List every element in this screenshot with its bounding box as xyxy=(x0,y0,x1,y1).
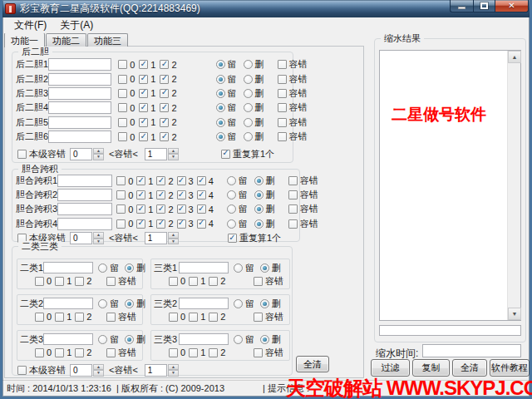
digit-checkbox-1[interactable] xyxy=(136,204,145,214)
digit-checkbox-1[interactable] xyxy=(189,348,198,357)
spinner-value[interactable]: 0 xyxy=(70,148,92,160)
spinner[interactable]: 1▲▼ xyxy=(145,364,179,377)
delete-radio[interactable] xyxy=(260,299,269,308)
number-input[interactable] xyxy=(48,101,111,114)
spin-up-icon[interactable]: ▲ xyxy=(93,364,104,371)
menu-item-1[interactable]: 文件(F) xyxy=(7,17,53,34)
digit-checkbox-1[interactable] xyxy=(55,348,64,357)
spin-down-icon[interactable]: ▼ xyxy=(168,154,179,160)
keep-radio[interactable] xyxy=(227,176,236,185)
spinner[interactable]: 1▲▼ xyxy=(145,232,179,244)
digit-checkbox-0[interactable] xyxy=(118,60,127,69)
delete-radio[interactable] xyxy=(244,103,253,112)
number-input[interactable] xyxy=(48,87,111,100)
digit-checkbox-1[interactable] xyxy=(136,176,145,185)
delete-radio[interactable] xyxy=(244,89,253,98)
number-input[interactable] xyxy=(43,262,93,273)
digit-checkbox-2[interactable] xyxy=(160,60,169,69)
number-input[interactable] xyxy=(48,73,111,86)
digit-checkbox-1[interactable] xyxy=(139,75,148,84)
spinner-value[interactable]: 1 xyxy=(145,232,167,244)
keep-radio[interactable] xyxy=(216,118,225,127)
spin-up-icon[interactable]: ▲ xyxy=(93,148,104,155)
level-tolerance-checkbox[interactable] xyxy=(17,150,27,159)
tab-3[interactable]: 功能三 xyxy=(87,33,128,47)
number-input[interactable] xyxy=(48,58,111,71)
digit-checkbox-2[interactable] xyxy=(209,277,218,286)
spin-down-icon[interactable]: ▼ xyxy=(93,370,104,377)
digit-checkbox-2[interactable] xyxy=(75,277,84,286)
digit-checkbox-1[interactable] xyxy=(55,277,64,286)
digit-checkbox-0[interactable] xyxy=(118,103,127,112)
tab-2[interactable]: 功能二 xyxy=(46,33,86,47)
right-panel-button-1[interactable]: 过滤 xyxy=(371,359,410,377)
spinner-value[interactable]: 1 xyxy=(145,364,167,377)
level-tolerance-checkbox[interactable] xyxy=(17,366,27,375)
digit-checkbox-2[interactable] xyxy=(209,313,218,322)
spinner-value[interactable]: 0 xyxy=(70,232,92,244)
keep-radio[interactable] xyxy=(234,264,243,273)
keep-radio[interactable] xyxy=(216,60,225,69)
digit-checkbox-1[interactable] xyxy=(139,89,148,98)
menu-item-2[interactable]: 关于(A) xyxy=(53,17,100,34)
clear-all-button[interactable]: 全清 xyxy=(296,356,329,372)
spinner-value[interactable]: 0 xyxy=(70,364,92,377)
shrink-time-field[interactable] xyxy=(422,344,521,357)
digit-checkbox-2[interactable] xyxy=(160,75,169,84)
digit-checkbox-4[interactable] xyxy=(197,204,206,214)
number-input[interactable] xyxy=(43,333,93,345)
digit-checkbox-0[interactable] xyxy=(118,118,127,127)
spinner[interactable]: 0▲▼ xyxy=(70,364,104,377)
digit-checkbox-1[interactable] xyxy=(139,103,148,112)
digit-checkbox-3[interactable] xyxy=(177,219,186,229)
keep-radio[interactable] xyxy=(216,103,225,112)
maximize-button[interactable] xyxy=(473,0,495,12)
keep-radio[interactable] xyxy=(216,132,225,141)
digit-checkbox-0[interactable] xyxy=(118,75,127,84)
spin-up-icon[interactable]: ▲ xyxy=(168,232,179,239)
digit-checkbox-4[interactable] xyxy=(197,219,206,229)
keep-radio[interactable] xyxy=(216,75,225,84)
delete-radio[interactable] xyxy=(244,75,253,84)
keep-radio[interactable] xyxy=(98,264,107,273)
tolerance-checkbox[interactable] xyxy=(106,313,116,322)
digit-checkbox-2[interactable] xyxy=(75,313,84,322)
digit-checkbox-0[interactable] xyxy=(35,277,44,286)
spin-up-icon[interactable]: ▲ xyxy=(168,148,179,155)
tolerance-checkbox[interactable] xyxy=(278,89,287,98)
digit-checkbox-2[interactable] xyxy=(160,103,169,112)
spin-down-icon[interactable]: ▼ xyxy=(93,154,104,160)
close-button[interactable]: ✕ xyxy=(495,0,529,12)
digit-checkbox-3[interactable] xyxy=(177,176,186,185)
spinner[interactable]: 0▲▼ xyxy=(70,232,104,244)
digit-checkbox-1[interactable] xyxy=(189,313,198,322)
digit-checkbox-1[interactable] xyxy=(139,60,148,69)
repeat-once-checkbox[interactable] xyxy=(228,234,237,243)
spin-down-icon[interactable]: ▼ xyxy=(168,239,179,245)
number-input[interactable] xyxy=(57,203,112,215)
keep-radio[interactable] xyxy=(234,299,243,308)
repeat-once-checkbox[interactable] xyxy=(221,150,230,159)
delete-radio[interactable] xyxy=(260,264,269,273)
tolerance-checkbox[interactable] xyxy=(254,348,263,357)
right-panel-button-3[interactable]: 全清 xyxy=(452,359,487,377)
digit-checkbox-3[interactable] xyxy=(177,204,186,214)
tolerance-checkbox[interactable] xyxy=(288,176,298,185)
tolerance-checkbox[interactable] xyxy=(254,313,263,322)
spinner[interactable]: 0▲▼ xyxy=(70,148,104,160)
digit-checkbox-4[interactable] xyxy=(197,190,206,200)
digit-checkbox-1[interactable] xyxy=(139,118,148,127)
digit-checkbox-0[interactable] xyxy=(169,313,178,322)
number-input[interactable] xyxy=(57,218,112,230)
digit-checkbox-2[interactable] xyxy=(160,118,169,127)
number-input[interactable] xyxy=(179,262,229,273)
spin-down-icon[interactable]: ▼ xyxy=(93,239,104,245)
delete-radio[interactable] xyxy=(254,176,264,185)
delete-radio[interactable] xyxy=(254,190,264,200)
tolerance-checkbox[interactable] xyxy=(106,277,116,286)
tolerance-checkbox[interactable] xyxy=(278,75,287,84)
digit-checkbox-1[interactable] xyxy=(136,219,145,229)
keep-radio[interactable] xyxy=(98,299,107,308)
tolerance-checkbox[interactable] xyxy=(278,103,287,112)
number-input[interactable] xyxy=(43,298,93,309)
